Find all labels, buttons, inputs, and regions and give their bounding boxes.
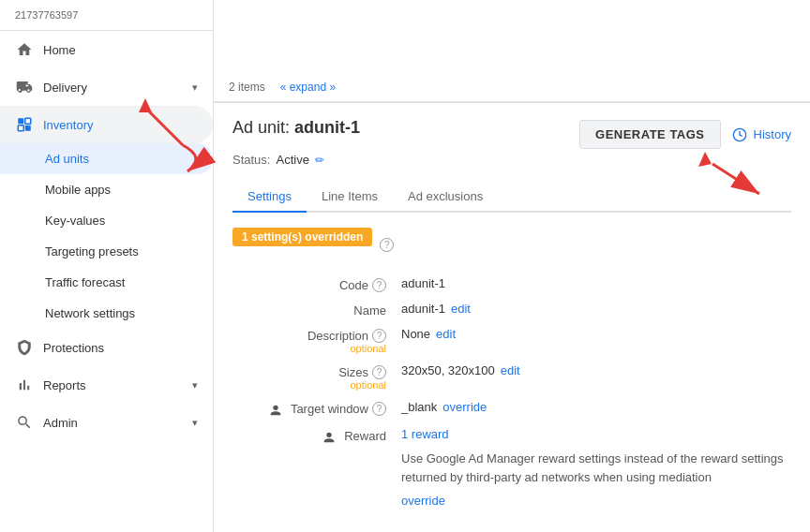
name-value: adunit-1 edit [401,302,791,316]
svg-point-5 [273,406,278,410]
sidebar: 21737763597 Home Delivery ▾ Inventory Ad… [0,0,214,532]
description-label: Description ? optional [232,327,401,354]
main-content: 2 items « expand » Ad unit: adunit-1 GEN… [214,0,810,532]
sidebar-label-inventory: Inventory [43,118,198,132]
shield-icon [15,338,34,357]
field-reward: Reward 1 reward Use Google Ad Manager re… [232,427,791,508]
account-id: 21737763597 [0,0,213,31]
svg-rect-2 [25,118,31,124]
sidebar-subitem-traffic-forecast[interactable]: Traffic forecast [0,267,213,298]
target-window-label: Target window ? [232,400,401,418]
sizes-label-container: Sizes ? optional [338,365,386,391]
sizes-label-row: Sizes ? [338,365,386,379]
field-sizes: Sizes ? optional 320x50, 320x100 edit [232,363,791,391]
sidebar-subitem-ad-units[interactable]: Ad units [0,143,213,174]
reward-override-link[interactable]: override [401,494,445,508]
sidebar-label-reports: Reports [43,378,183,392]
field-target-window: Target window ? _blank override [232,400,791,418]
truck-icon [15,78,34,96]
status-value: Active [276,153,308,167]
sidebar-subitem-targeting-presets[interactable]: Targeting presets [0,236,213,267]
detail-title-prefix: Ad unit: [232,118,290,137]
inventory-icon [15,115,34,134]
sidebar-label-home: Home [43,43,198,57]
tab-ad-exclusions[interactable]: Ad exclusions [393,182,498,213]
field-name: Name adunit-1 edit [232,302,791,318]
wrench-icon [15,413,34,432]
items-count: 2 items [229,81,265,94]
history-label: History [754,127,791,141]
code-label: Code ? [232,276,401,292]
svg-rect-1 [18,126,23,131]
field-code: Code ? adunit-1 [232,276,791,292]
target-window-help-icon[interactable]: ? [372,402,386,416]
override-badge-row: 1 setting(s) overridden ? [232,228,791,261]
code-value: adunit-1 [401,276,791,290]
detail-title: Ad unit: adunit-1 [232,118,360,138]
code-help-icon[interactable]: ? [372,278,386,292]
target-window-override-link[interactable]: override [442,400,487,414]
status-label: Status: [232,153,270,167]
target-window-value: _blank override [401,400,791,414]
description-edit-link[interactable]: edit [436,327,456,341]
detail-title-name: adunit-1 [294,118,360,137]
override-help-icon[interactable]: ? [380,238,394,252]
tab-bar: Settings Line Items Ad exclusions [232,182,791,213]
sidebar-label-delivery: Delivery [43,81,183,95]
name-edit-link[interactable]: edit [451,302,471,316]
sidebar-subitem-mobile-apps[interactable]: Mobile apps [0,174,213,205]
description-optional: optional [350,343,386,354]
tab-line-items[interactable]: Line Items [307,182,393,213]
svg-rect-3 [25,126,31,131]
list-area: 2 items « expand » [214,0,810,103]
status-line: Status: Active ✏ [232,153,791,167]
name-label: Name [232,302,401,318]
sizes-edit-link[interactable]: edit [501,363,520,377]
clock-icon [732,127,747,142]
reward-value: 1 reward Use Google Ad Manager reward se… [401,427,791,508]
sizes-optional: optional [350,379,386,391]
home-icon [15,40,34,59]
description-help-icon[interactable]: ? [372,329,386,343]
field-description: Description ? optional None edit [232,327,791,354]
detail-header: Ad unit: adunit-1 GENERATE TAGS History [232,118,791,149]
detail-header-right: GENERATE TAGS History [579,120,791,149]
sidebar-subitem-network-settings[interactable]: Network settings [0,298,213,329]
status-edit-icon[interactable]: ✏ [315,154,324,167]
svg-rect-0 [18,118,23,124]
sidebar-item-home[interactable]: Home [0,31,213,68]
override-badge: 1 setting(s) overridden [232,228,372,246]
chart-icon [15,376,34,394]
detail-area: Ad unit: adunit-1 GENERATE TAGS History … [214,103,810,532]
tab-settings[interactable]: Settings [232,182,307,213]
delivery-chevron: ▾ [192,81,198,94]
reward-description: Use Google Ad Manager reward settings in… [401,450,791,486]
sidebar-item-admin[interactable]: Admin ▾ [0,404,213,441]
sizes-help-icon[interactable]: ? [372,365,386,379]
description-label-container: Description ? optional [308,329,386,354]
sidebar-item-reports[interactable]: Reports ▾ [0,366,213,404]
sidebar-item-inventory[interactable]: Inventory [0,106,213,143]
list-footer: 2 items « expand » [229,81,336,94]
reward-label: Reward [232,427,401,445]
sidebar-label-protections: Protections [43,341,198,355]
sidebar-item-delivery[interactable]: Delivery ▾ [0,68,213,106]
detail-title-area: Ad unit: adunit-1 [232,118,360,138]
generate-tags-button[interactable]: GENERATE TAGS [579,120,721,149]
sidebar-item-protections[interactable]: Protections [0,329,213,366]
expand-link[interactable]: « expand » [280,81,336,94]
reports-chevron: ▾ [192,379,198,392]
sidebar-label-admin: Admin [43,416,183,430]
admin-chevron: ▾ [192,417,198,429]
sizes-value: 320x50, 320x100 edit [401,363,791,377]
history-button[interactable]: History [732,127,791,142]
settings-panel: 1 setting(s) overridden ? Code ? adunit-… [232,228,791,508]
description-label-row: Description ? [308,329,386,343]
sidebar-subitem-key-values[interactable]: Key-values [0,205,213,236]
description-value: None edit [401,327,791,341]
svg-point-6 [327,433,332,437]
sizes-label: Sizes ? optional [232,363,401,391]
